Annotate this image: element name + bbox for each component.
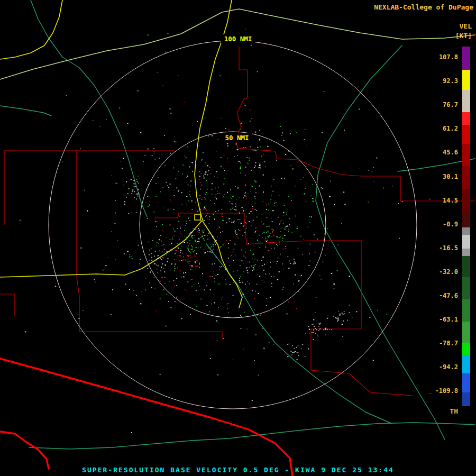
county-line bbox=[235, 98, 361, 176]
legend-tick: -0.9 bbox=[421, 221, 458, 227]
legend-tick: 76.7 bbox=[421, 102, 458, 108]
colorbar-segment bbox=[462, 277, 470, 299]
colorbar-segment bbox=[462, 189, 470, 212]
international-border-line bbox=[0, 359, 292, 476]
range-ring-label: 50 NMI bbox=[225, 134, 249, 142]
state-road bbox=[0, 106, 51, 116]
legend-tick: -63.1 bbox=[421, 316, 458, 323]
colorbar-segment bbox=[462, 322, 470, 343]
legend-tick: -16.5 bbox=[421, 245, 458, 251]
legend-title: VEL bbox=[460, 22, 472, 30]
state-road bbox=[29, 423, 475, 449]
colorbar-segment bbox=[462, 90, 470, 112]
legend-tick: 14.5 bbox=[421, 197, 458, 204]
county-line bbox=[239, 47, 248, 98]
colorbar-segment bbox=[462, 125, 470, 144]
range-ring bbox=[140, 132, 326, 318]
product-caption: SUPER-RESOLUTION BASE VELOCITY 0.5 DEG -… bbox=[0, 466, 476, 474]
colorbar-segment bbox=[462, 112, 470, 125]
radar-site-marker bbox=[195, 215, 200, 220]
legend-units: [KT] bbox=[455, 32, 472, 40]
colorbar-segment bbox=[462, 235, 470, 249]
colorbar-segment bbox=[462, 355, 470, 373]
international-border-line bbox=[0, 432, 49, 469]
colorbar bbox=[462, 47, 470, 406]
interstate-line bbox=[0, 0, 62, 59]
colorbar-segment bbox=[462, 227, 470, 235]
radar-screen: 100 NMI50 NMI NEXLAB-College of DuPage V… bbox=[0, 0, 476, 476]
colorbar-segment bbox=[462, 299, 470, 322]
legend-tick: -78.7 bbox=[421, 340, 458, 346]
colorbar-segment bbox=[462, 212, 470, 227]
colorbar-segment bbox=[462, 47, 470, 70]
colorbar-segment bbox=[462, 70, 470, 90]
legend-tick: 107.8 bbox=[421, 54, 458, 60]
range-ring-label: 100 NMI bbox=[224, 35, 252, 43]
colorbar-segment bbox=[462, 392, 470, 406]
legend-tick: 45.6 bbox=[421, 149, 458, 155]
state-road bbox=[31, 0, 147, 217]
colorbar-segment bbox=[462, 373, 470, 392]
legend-tick: -47.6 bbox=[421, 292, 458, 299]
legend-tick: -109.8 bbox=[421, 388, 458, 394]
radar-map: 100 NMI50 NMI bbox=[0, 0, 476, 476]
colorbar-segment bbox=[462, 249, 470, 256]
brand-text: NEXLAB-College of DuPage bbox=[374, 3, 473, 11]
interstate-line bbox=[195, 0, 232, 220]
range-ring bbox=[49, 41, 417, 409]
state-road bbox=[0, 9, 475, 79]
county-line bbox=[0, 294, 15, 316]
legend-tick: 30.1 bbox=[421, 173, 458, 180]
colorbar-segment bbox=[462, 166, 470, 189]
county-line bbox=[311, 241, 361, 329]
legend-tick: -32.0 bbox=[421, 269, 458, 275]
legend-tick: 61.2 bbox=[421, 125, 458, 132]
legend-footer: TH bbox=[450, 407, 458, 415]
legend-tick: -94.2 bbox=[421, 364, 458, 370]
colorbar-segment bbox=[462, 256, 470, 277]
county-line bbox=[77, 151, 222, 340]
colorbar-segment bbox=[462, 144, 470, 166]
radar-echoes bbox=[20, 29, 431, 433]
colorbar-segment bbox=[462, 343, 470, 355]
legend-tick: 92.3 bbox=[421, 78, 458, 84]
